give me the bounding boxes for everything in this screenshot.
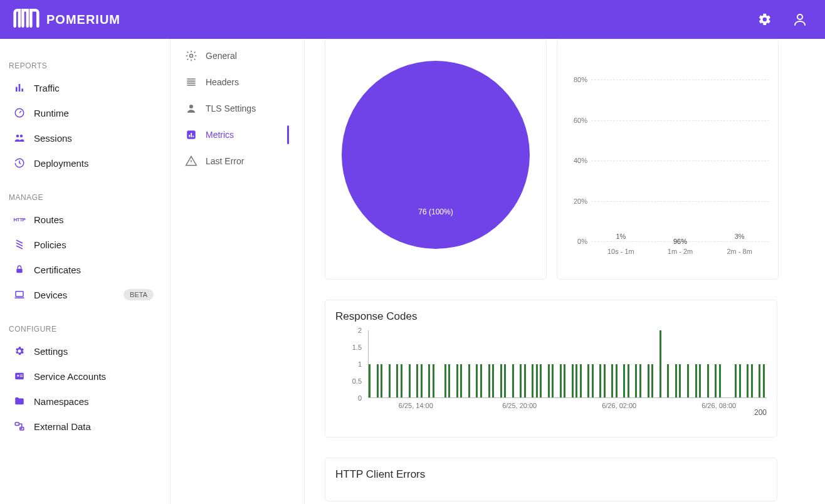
sidebar-item-routes[interactable]: HTTPRoutes xyxy=(0,207,170,232)
response-code-bar xyxy=(735,364,737,398)
sidebar-item-label: Namespaces xyxy=(34,396,156,407)
x-axis-tick-label: 6/26, 08:00 xyxy=(702,402,736,409)
subnav-item-label: TLS Settings xyxy=(206,103,256,113)
response-code-bar xyxy=(564,364,565,398)
response-code-bar xyxy=(428,364,430,398)
response-code-bar xyxy=(587,364,589,398)
subnav-item-label: General xyxy=(206,51,237,61)
subnav-item-headers[interactable]: Headers xyxy=(171,69,304,95)
sidebar-item-label: Policies xyxy=(34,239,156,250)
response-code-bar xyxy=(707,364,709,398)
response-code-bar xyxy=(416,364,418,398)
gear-icon xyxy=(14,345,25,357)
response-code-bar xyxy=(520,364,522,398)
x-axis-tick-label: 6/26, 02:00 xyxy=(602,402,636,409)
bar-value-label: 3% xyxy=(722,233,757,240)
svg-rect-12 xyxy=(20,376,23,377)
x-axis-tick-label: 1m - 2m xyxy=(668,248,693,255)
card-title: HTTP Client Errors xyxy=(335,468,767,481)
sidebar-item-devices[interactable]: DevicesBETA xyxy=(0,282,170,307)
sidebar-item-label: Service Accounts xyxy=(34,371,156,382)
warning-icon xyxy=(184,154,198,168)
sidebar-item-label: Deployments xyxy=(34,158,156,169)
response-code-bar xyxy=(476,364,478,398)
svg-rect-7 xyxy=(16,269,22,273)
response-code-bar xyxy=(679,364,681,398)
id-card-icon xyxy=(14,370,25,382)
response-code-bar xyxy=(381,364,382,398)
folder-icon xyxy=(14,396,25,407)
y-axis-tick-label: 2 xyxy=(358,327,362,334)
pie-slice-label: 76 (100%) xyxy=(418,207,453,216)
sidebar-item-certificates[interactable]: Certificates xyxy=(0,257,170,282)
brand: POMERIUM xyxy=(13,8,120,31)
account-icon[interactable] xyxy=(792,12,807,27)
sidebar-item-runtime[interactable]: Runtime xyxy=(0,100,170,125)
subnav-item-metrics[interactable]: Metrics xyxy=(171,122,304,148)
subnav-item-label: Headers xyxy=(206,77,239,87)
response-code-bar xyxy=(480,364,482,398)
bar-value-label: 1% xyxy=(603,233,638,240)
y-axis-tick-label: 0.5 xyxy=(352,377,362,385)
response-code-bar xyxy=(421,364,423,398)
sidebar-item-label: Settings xyxy=(34,346,156,357)
response-code-bar xyxy=(540,364,542,398)
response-code-bar xyxy=(504,364,506,398)
svg-rect-2 xyxy=(19,84,21,92)
sidebar-item-traffic[interactable]: Traffic xyxy=(0,75,170,100)
response-code-bar xyxy=(401,364,402,398)
chart-legend: 200 xyxy=(754,408,767,417)
policy-icon xyxy=(14,239,25,250)
sidebar-item-settings[interactable]: Settings xyxy=(0,339,170,364)
list-icon xyxy=(184,75,198,89)
subnav-item-last-error[interactable]: Last Error xyxy=(171,148,304,174)
sidebar-item-label: External Data xyxy=(34,421,156,432)
history-icon xyxy=(14,157,25,169)
sidebar-item-service-accounts[interactable]: Service Accounts xyxy=(0,364,170,389)
svg-rect-18 xyxy=(189,135,190,137)
y-axis-tick-label: 40% xyxy=(562,157,587,164)
sidebar-item-namespaces[interactable]: Namespaces xyxy=(0,389,170,414)
app-header: POMERIUM xyxy=(0,0,825,39)
response-code-bar xyxy=(604,364,606,398)
svg-point-16 xyxy=(189,105,193,108)
response-codes-card: Response Codes 00.511.526/25, 14:006/25,… xyxy=(325,300,777,438)
sidebar-section-title: REPORTS xyxy=(0,56,170,75)
svg-point-5 xyxy=(16,135,19,138)
response-code-bar xyxy=(759,364,760,398)
settings-gear-icon[interactable] xyxy=(757,12,772,27)
subnav: GeneralHeadersTLS SettingsMetricsLast Er… xyxy=(171,39,305,504)
subnav-item-tls-settings[interactable]: TLS Settings xyxy=(171,95,304,122)
sidebar-item-label: Runtime xyxy=(34,108,156,118)
sidebar-item-label: Sessions xyxy=(34,133,156,144)
pomerium-logo-icon xyxy=(13,8,40,31)
y-axis-tick-label: 20% xyxy=(562,197,587,205)
response-code-bar xyxy=(548,364,550,398)
sidebar-item-policies[interactable]: Policies xyxy=(0,232,170,257)
response-code-bar xyxy=(739,364,741,398)
x-axis-tick-label: 6/25, 14:00 xyxy=(399,402,433,409)
subnav-item-general[interactable]: General xyxy=(171,43,304,69)
y-axis-tick-label: 1.5 xyxy=(352,344,362,351)
beta-badge: BETA xyxy=(123,289,154,300)
response-code-bar xyxy=(699,364,701,398)
response-code-bar xyxy=(719,364,721,398)
response-code-bar xyxy=(599,364,601,398)
response-code-bar xyxy=(675,364,677,398)
sidebar-item-deployments[interactable]: Deployments xyxy=(0,150,170,176)
response-code-bar xyxy=(460,364,462,398)
response-code-bar xyxy=(524,364,526,398)
response-code-bar xyxy=(389,364,391,398)
response-codes-chart: 00.511.526/25, 14:006/25, 20:006/26, 02:… xyxy=(335,330,767,412)
response-code-bar xyxy=(552,364,554,398)
x-axis-tick-label: 10s - 1m xyxy=(607,248,634,255)
latency-histogram: 0%20%40%60%80%1%10s - 1m96%1m - 2m3%2m -… xyxy=(562,39,773,259)
sidebar-item-external-data[interactable]: External Data xyxy=(0,414,170,439)
response-code-bar xyxy=(444,364,446,398)
sidebar-item-sessions[interactable]: Sessions xyxy=(0,125,170,150)
response-code-bar xyxy=(532,364,533,398)
sidebar-section-title: MANAGE xyxy=(0,188,170,207)
response-code-bar xyxy=(611,364,613,398)
response-code-bar xyxy=(763,364,765,398)
response-code-bar xyxy=(512,364,514,398)
